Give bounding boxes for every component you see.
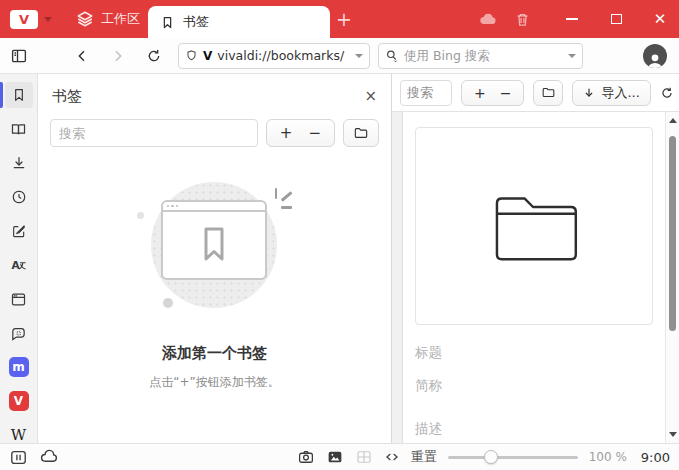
search-field[interactable] xyxy=(378,43,583,69)
sidebar-item-vivaldi[interactable]: V xyxy=(5,388,33,414)
scrollbar-thumb[interactable] xyxy=(669,136,676,331)
back-button[interactable] xyxy=(74,48,90,64)
zoom-slider[interactable] xyxy=(448,450,578,464)
add-bookmark-button[interactable]: + xyxy=(280,126,293,141)
sparkle-icon xyxy=(281,206,292,209)
slider-track[interactable] xyxy=(448,456,578,459)
add-remove-bookmark-group: + − xyxy=(266,119,335,147)
note-pencil-icon xyxy=(11,223,27,239)
panel-strip: A m V W xyxy=(0,74,38,443)
sync-status-indicator[interactable] xyxy=(39,447,59,467)
title-field[interactable] xyxy=(415,342,653,362)
sidebar-item-history[interactable] xyxy=(5,184,33,210)
wikipedia-icon: W xyxy=(11,426,26,444)
sidebar-item-notes[interactable] xyxy=(5,218,33,244)
nickname-field[interactable] xyxy=(415,375,653,395)
sidebar-item-translate[interactable]: A xyxy=(5,252,33,278)
chevron-down-icon xyxy=(44,17,52,22)
scrollbar-track[interactable] xyxy=(669,130,676,425)
slider-handle[interactable] xyxy=(484,450,498,464)
minimize-button[interactable] xyxy=(557,0,587,38)
page-remove-button[interactable]: − xyxy=(500,86,512,100)
maximize-button[interactable] xyxy=(601,0,631,38)
bookmarks-empty-state: 添加第一个书签 点击“+”按钮添加书签。 xyxy=(38,178,391,391)
reading-list-icon xyxy=(10,121,27,138)
toggle-images-button[interactable] xyxy=(326,448,344,466)
page-add-button[interactable]: + xyxy=(474,86,486,100)
thumbnail-preview xyxy=(415,127,653,325)
code-icon xyxy=(384,449,400,465)
download-icon xyxy=(11,155,27,171)
chevron-down-icon[interactable] xyxy=(568,54,576,58)
panel-close-button[interactable]: × xyxy=(364,89,377,104)
sidebar-item-window[interactable] xyxy=(5,286,33,312)
clock[interactable]: 9:00 xyxy=(641,450,670,465)
close-button[interactable]: ✕ xyxy=(645,0,675,38)
sidebar-item-wikipedia[interactable]: W xyxy=(5,422,33,448)
panel-title: 书签 xyxy=(52,87,82,106)
description-field[interactable] xyxy=(415,418,653,438)
sidebar-item-mastodon[interactable]: m xyxy=(5,354,33,380)
bookmark-icon xyxy=(202,227,226,261)
vivaldi-logo-icon: V xyxy=(10,10,38,29)
remove-bookmark-button[interactable]: − xyxy=(308,126,321,141)
shield-icon xyxy=(185,49,198,62)
address-toolbar: V xyxy=(0,38,679,74)
side-panel-icon xyxy=(10,47,28,65)
sidebar-item-sessions[interactable] xyxy=(5,320,33,346)
new-tab-button[interactable]: + xyxy=(336,7,352,31)
page-actions-button[interactable] xyxy=(384,449,400,465)
sparkle-icon xyxy=(280,191,292,201)
arrow-down-icon xyxy=(583,87,595,99)
chevron-down-icon[interactable] xyxy=(355,54,363,58)
zoom-reset-button[interactable]: 重置 xyxy=(411,448,437,466)
vivaldi-menu-button[interactable]: V xyxy=(10,10,52,29)
maximize-icon xyxy=(611,14,622,24)
clock-icon xyxy=(11,189,27,205)
panel-search-row: + − xyxy=(38,110,391,156)
translate-icon: A xyxy=(10,257,27,274)
profile-avatar[interactable] xyxy=(643,44,667,68)
address-field[interactable]: V xyxy=(178,43,370,69)
folder-icon xyxy=(353,125,369,141)
web-search-input[interactable] xyxy=(404,48,563,63)
empty-state-illustration xyxy=(125,178,305,330)
window-icon xyxy=(10,291,27,308)
bookmark-icon xyxy=(160,15,175,30)
page-body xyxy=(392,112,679,443)
new-folder-button[interactable] xyxy=(343,119,379,147)
update-thumbnails-button[interactable]: 更 xyxy=(660,84,679,102)
url-input[interactable] xyxy=(217,48,350,63)
search-icon xyxy=(385,49,399,63)
reload-button[interactable] xyxy=(146,48,162,64)
refresh-icon xyxy=(660,86,674,100)
page-scrollbar[interactable] xyxy=(665,112,679,443)
folder-icon xyxy=(541,85,556,100)
bookmarks-panel-header: 书签 × xyxy=(38,74,391,110)
forward-button[interactable] xyxy=(110,48,126,64)
page-new-folder-button[interactable] xyxy=(533,80,563,106)
workspace-button[interactable]: 工作区 xyxy=(76,10,157,28)
browser-window: V 工作区 书签 + xyxy=(0,0,679,470)
scroll-up-arrow[interactable] xyxy=(669,118,677,123)
scroll-down-arrow[interactable] xyxy=(669,432,677,437)
page-search-input[interactable] xyxy=(400,80,452,106)
title-bar: V 工作区 书签 + xyxy=(0,0,679,38)
bookmark-list-column[interactable] xyxy=(392,112,403,443)
vivaldi-badge-icon: V xyxy=(203,49,212,63)
tab-bookmarks[interactable]: 书签 xyxy=(148,6,330,38)
trash-button[interactable] xyxy=(514,11,531,28)
panel-toggle-button[interactable] xyxy=(10,47,28,65)
break-mode-button[interactable] xyxy=(9,448,28,467)
import-button[interactable]: 导入... xyxy=(572,80,650,106)
capture-button[interactable] xyxy=(297,448,315,466)
sync-status-button[interactable] xyxy=(478,9,498,29)
cloud-icon xyxy=(478,9,498,29)
decor-dot xyxy=(163,298,173,308)
page-tiling-button[interactable] xyxy=(355,448,373,466)
sidebar-item-downloads[interactable] xyxy=(5,150,33,176)
sidebar-item-reading-list[interactable] xyxy=(5,116,33,142)
sidebar-item-bookmarks[interactable] xyxy=(5,82,33,108)
tab-title: 书签 xyxy=(183,13,209,31)
panel-search-input[interactable] xyxy=(50,119,258,147)
